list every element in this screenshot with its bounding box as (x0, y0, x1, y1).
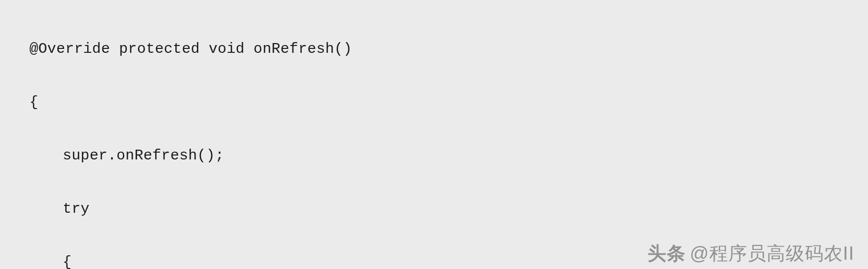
code-block: @Override protected void onRefresh() { s… (0, 0, 868, 269)
watermark-text: @程序员高级码农II (690, 241, 854, 266)
code-line: { (29, 89, 868, 116)
code-line: @Override protected void onRefresh() (29, 36, 868, 63)
code-line: super.onRefresh(); (29, 142, 868, 169)
code-line: try (29, 196, 868, 223)
watermark-logo: 头条 (648, 241, 686, 266)
watermark: 头条 @程序员高级码农II (648, 241, 854, 266)
